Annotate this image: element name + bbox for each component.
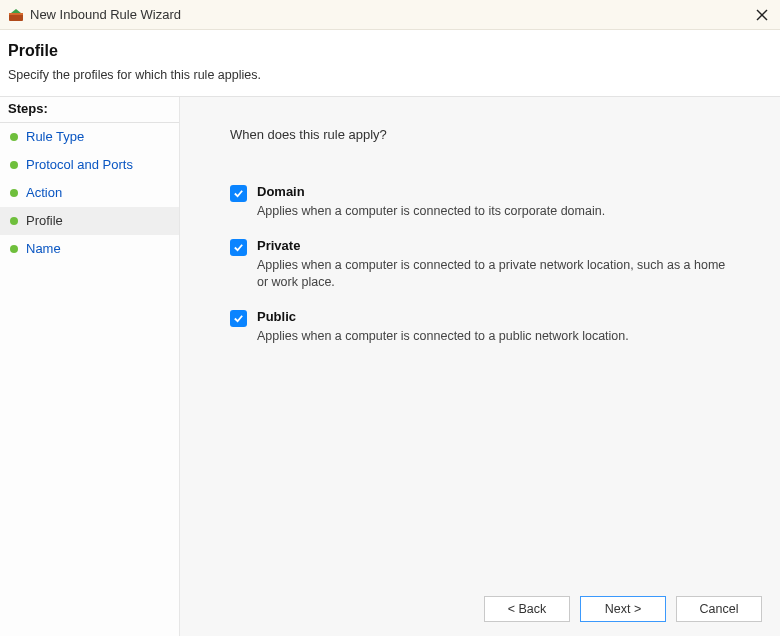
page-title: Profile bbox=[8, 42, 772, 60]
bullet-icon bbox=[10, 245, 18, 253]
option-title: Public bbox=[257, 309, 730, 324]
wizard-header: Profile Specify the profiles for which t… bbox=[0, 30, 780, 97]
public-checkbox[interactable] bbox=[230, 310, 247, 327]
option-body: Domain Applies when a computer is connec… bbox=[257, 184, 730, 220]
steps-sidebar: Steps: Rule Type Protocol and Ports Acti… bbox=[0, 97, 180, 636]
svg-rect-1 bbox=[9, 13, 23, 15]
back-button[interactable]: < Back bbox=[484, 596, 570, 622]
titlebar: New Inbound Rule Wizard bbox=[0, 0, 780, 30]
close-button[interactable] bbox=[750, 3, 774, 27]
main-content: When does this rule apply? Domain Applie… bbox=[180, 97, 780, 586]
step-profile[interactable]: Profile bbox=[0, 207, 179, 235]
steps-heading: Steps: bbox=[0, 99, 179, 123]
step-action[interactable]: Action bbox=[0, 179, 179, 207]
option-body: Private Applies when a computer is conne… bbox=[257, 238, 730, 291]
cancel-button[interactable]: Cancel bbox=[676, 596, 762, 622]
bullet-icon bbox=[10, 217, 18, 225]
step-label: Protocol and Ports bbox=[26, 156, 133, 174]
domain-checkbox[interactable] bbox=[230, 185, 247, 202]
step-name[interactable]: Name bbox=[0, 235, 179, 263]
option-description: Applies when a computer is connected to … bbox=[257, 203, 727, 220]
profile-question: When does this rule apply? bbox=[230, 127, 730, 142]
step-protocol-and-ports[interactable]: Protocol and Ports bbox=[0, 151, 179, 179]
step-label: Rule Type bbox=[26, 128, 84, 146]
firewall-icon bbox=[8, 7, 24, 23]
button-bar: < Back Next > Cancel bbox=[180, 586, 780, 636]
option-title: Domain bbox=[257, 184, 730, 199]
private-checkbox[interactable] bbox=[230, 239, 247, 256]
bullet-icon bbox=[10, 133, 18, 141]
option-body: Public Applies when a computer is connec… bbox=[257, 309, 730, 345]
step-label: Profile bbox=[26, 212, 63, 230]
profile-option-public: Public Applies when a computer is connec… bbox=[230, 309, 730, 345]
next-button[interactable]: Next > bbox=[580, 596, 666, 622]
option-title: Private bbox=[257, 238, 730, 253]
option-description: Applies when a computer is connected to … bbox=[257, 257, 727, 291]
bullet-icon bbox=[10, 161, 18, 169]
profile-option-domain: Domain Applies when a computer is connec… bbox=[230, 184, 730, 220]
window-title: New Inbound Rule Wizard bbox=[30, 7, 181, 22]
step-label: Action bbox=[26, 184, 62, 202]
page-subtitle: Specify the profiles for which this rule… bbox=[8, 68, 772, 82]
profile-option-private: Private Applies when a computer is conne… bbox=[230, 238, 730, 291]
bullet-icon bbox=[10, 189, 18, 197]
option-description: Applies when a computer is connected to … bbox=[257, 328, 727, 345]
step-label: Name bbox=[26, 240, 61, 258]
step-rule-type[interactable]: Rule Type bbox=[0, 123, 179, 151]
wizard-body: Steps: Rule Type Protocol and Ports Acti… bbox=[0, 97, 780, 636]
main-pane: When does this rule apply? Domain Applie… bbox=[180, 97, 780, 636]
